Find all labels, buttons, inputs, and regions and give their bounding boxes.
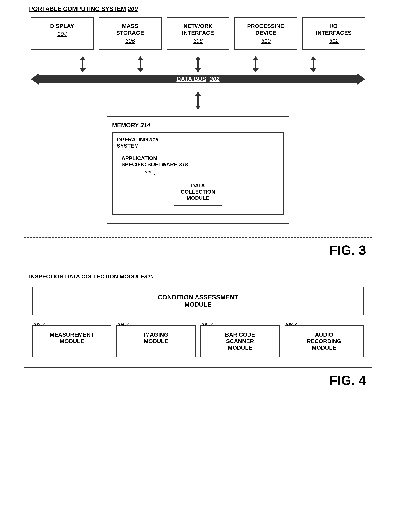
data-collection-area: 320 ↙ DATACOLLECTIONMODULE	[122, 170, 274, 206]
portable-system-label: PORTABLE COMPUTING SYSTEM 200	[27, 6, 139, 12]
app-software-box: APPLICATIONSPECIFIC SOFTWARE 318 320 ↙ D…	[117, 151, 279, 210]
arrow-col-4	[227, 56, 284, 72]
bus-to-mem-up	[195, 92, 201, 96]
condition-assessment-box: CONDITION ASSESSMENTMODULE	[32, 287, 364, 315]
processing-device-title: PROCESSINGDEVICE	[238, 23, 293, 36]
os-label: OPERATING 316SYSTEM	[117, 137, 279, 149]
network-interface-title: NETWORKINTERFACE	[170, 23, 226, 36]
arrowhead-down-3	[195, 69, 201, 72]
inspection-box: INSPECTION DATA COLLECTION MODULE320 CON…	[23, 278, 373, 368]
os-box: OPERATING 316SYSTEM APPLICATIONSPECIFIC …	[112, 132, 284, 215]
imaging-label: IMAGINGMODULE	[121, 331, 191, 344]
arrow-4	[253, 56, 259, 72]
mass-storage-box: MASSSTORAGE 306	[99, 17, 162, 50]
processing-device-number: 310	[238, 38, 293, 44]
audio-label: AUDIORECORDINGMODULE	[289, 331, 359, 351]
modules-row: 402↙ MEASUREMENTMODULE 404↙ IMAGINGMODUL…	[32, 325, 364, 357]
arrowhead-up-5	[310, 56, 316, 60]
top-components-row: DISPLAY 304 MASSSTORAGE 306 NETWORKINTER…	[31, 17, 365, 50]
measurement-number: 402↙	[32, 322, 45, 327]
display-box: DISPLAY 304	[31, 17, 94, 50]
arrowhead-down-4	[253, 69, 259, 72]
arrow-3	[195, 56, 201, 72]
arrowhead-down-5	[310, 69, 316, 72]
arrow-col-1	[54, 56, 112, 72]
barcode-label: BAR CODESCANNERMODULE	[205, 331, 275, 351]
network-interface-box: NETWORKINTERFACE 308	[167, 17, 230, 50]
data-bus-arrow: DATA BUS 302	[31, 73, 365, 85]
memory-label: MEMORY 314	[112, 122, 284, 129]
imaging-module-box: 404↙ IMAGINGMODULE	[116, 325, 196, 357]
arrow-5	[310, 56, 316, 72]
barcode-number: 406↙	[200, 322, 213, 327]
bus-arrow-right	[357, 73, 365, 85]
bus-to-mem-shaft	[197, 96, 199, 106]
arrow-col-5	[284, 56, 342, 72]
condition-assessment-label: CONDITION ASSESSMENTMODULE	[40, 294, 356, 308]
io-interfaces-number: 312	[306, 38, 361, 44]
bus-shaft: DATA BUS 302	[39, 75, 357, 83]
arrowhead-up-1	[80, 56, 86, 60]
arrow-1	[80, 56, 86, 72]
bus-to-mem-down	[195, 106, 201, 110]
arrowhead-down-1	[80, 69, 86, 72]
bus-arrow-left	[31, 73, 39, 85]
data-bus-container: DATA BUS 302	[31, 73, 365, 85]
fig3-diagram: PORTABLE COMPUTING SYSTEM 200 DISPLAY 30…	[13, 10, 383, 258]
shaft-1	[82, 60, 83, 69]
memory-section: MEMORY 314 OPERATING 316SYSTEM APPLICATI…	[31, 116, 365, 224]
mass-storage-title: MASSSTORAGE	[103, 23, 158, 36]
display-title: DISPLAY	[35, 23, 90, 30]
shaft-3	[197, 60, 199, 69]
component-arrows	[31, 56, 365, 72]
arrow-col-2	[112, 56, 169, 72]
memory-box: MEMORY 314 OPERATING 316SYSTEM APPLICATI…	[107, 116, 289, 224]
arrowhead-up-2	[137, 56, 143, 60]
arrow-col-3	[169, 56, 227, 72]
portable-system-box: PORTABLE COMPUTING SYSTEM 200 DISPLAY 30…	[23, 10, 373, 237]
io-interfaces-title: I/OINTERFACES	[306, 23, 361, 36]
audio-module-box: 408↙ AUDIORECORDINGMODULE	[285, 325, 364, 357]
dc-number-label: 320	[145, 170, 152, 175]
app-label: APPLICATIONSPECIFIC SOFTWARE 318	[122, 155, 274, 168]
audio-number: 408↙	[284, 322, 297, 327]
arrowhead-up-4	[253, 56, 259, 60]
io-interfaces-box: I/OINTERFACES 312	[302, 17, 365, 50]
center-arrow-container	[31, 92, 365, 110]
dc-box-label: DATACOLLECTIONMODULE	[181, 183, 215, 201]
inspection-label: INSPECTION DATA COLLECTION MODULE320	[27, 273, 155, 280]
arrow-2	[137, 56, 143, 72]
bus-label: DATA BUS 302	[176, 76, 219, 83]
shaft-5	[313, 60, 314, 69]
fig3-label: FIG. 3	[13, 242, 383, 258]
measurement-label: MEASUREMENTMODULE	[37, 331, 107, 344]
shaft-2	[140, 60, 141, 69]
arrowhead-up-3	[195, 56, 201, 60]
arrowhead-down-2	[137, 69, 143, 72]
processing-device-box: PROCESSINGDEVICE 310	[234, 17, 297, 50]
dc-box: DATACOLLECTIONMODULE	[174, 178, 222, 206]
fig4-diagram: INSPECTION DATA COLLECTION MODULE320 CON…	[13, 278, 383, 388]
barcode-module-box: 406↙ BAR CODESCANNERMODULE	[200, 325, 280, 357]
dc-arrow-symbol: ↙	[153, 170, 157, 176]
network-interface-number: 308	[170, 38, 226, 44]
measurement-module-box: 402↙ MEASUREMENTMODULE	[32, 325, 111, 357]
shaft-4	[255, 60, 256, 69]
fig4-label: FIG. 4	[13, 373, 383, 388]
display-number: 304	[35, 31, 90, 37]
bus-to-memory-arrow	[195, 92, 201, 110]
imaging-number: 404↙	[116, 322, 128, 327]
mass-storage-number: 306	[103, 38, 158, 44]
